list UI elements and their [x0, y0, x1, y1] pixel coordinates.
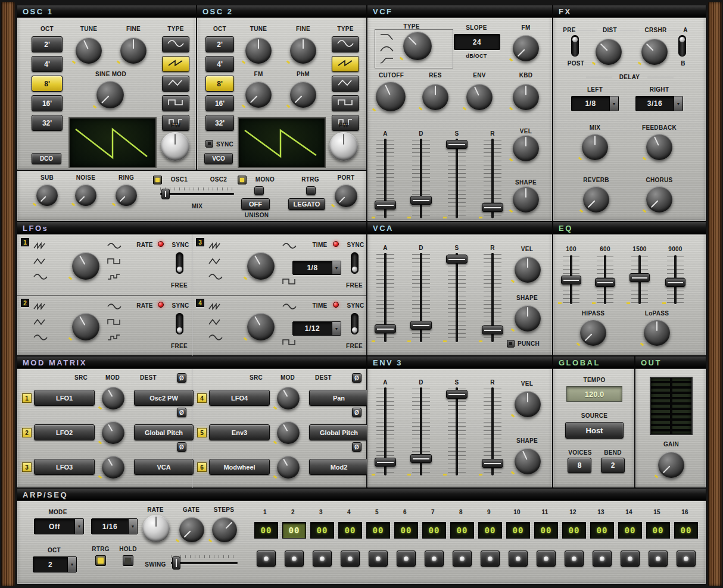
lfo1-sync-free-toggle[interactable] — [176, 252, 183, 274]
eq-1500-fader[interactable] — [629, 255, 650, 304]
mm-invert-button-4[interactable]: Ø — [352, 373, 362, 383]
mm-slot1-dest-button[interactable]: Osc2 PW — [134, 390, 194, 406]
step-button-6[interactable] — [397, 551, 416, 567]
vca-vel-knob[interactable] — [515, 257, 541, 283]
osc1-type-square-button[interactable] — [162, 95, 189, 111]
lfo3-time-select[interactable]: 1/8 ▼ — [292, 261, 341, 275]
gain-knob[interactable] — [658, 452, 684, 478]
osc1-select-led-button[interactable] — [153, 176, 162, 184]
filter-type-knob[interactable] — [403, 32, 432, 60]
arp-rate-select[interactable]: 1/16 ▼ — [91, 518, 138, 534]
step-display-1[interactable]: 00 — [254, 522, 278, 539]
feedback-knob[interactable] — [646, 134, 672, 160]
osc1-type-sine-button[interactable] — [162, 36, 189, 52]
mm-slot4-dest-button[interactable]: Pan — [309, 390, 369, 406]
step-display-16[interactable]: 00 — [674, 522, 698, 539]
chevron-down-icon[interactable]: ▼ — [674, 96, 683, 111]
mm-slot4-amount-knob[interactable] — [277, 387, 300, 409]
reverb-knob[interactable] — [583, 186, 609, 212]
mm-slot3-amount-knob[interactable] — [102, 456, 124, 478]
lfo4-sync-free-toggle[interactable] — [351, 313, 359, 334]
mm-slot1-src-button[interactable]: LFO1 — [34, 390, 95, 406]
source-button[interactable]: Host — [565, 422, 624, 439]
chevron-down-icon[interactable]: ▼ — [609, 96, 618, 111]
slope-display[interactable]: 24 — [454, 34, 500, 50]
step-display-2[interactable]: 00 — [282, 522, 306, 539]
dist-knob[interactable] — [596, 39, 622, 65]
mm-slot5-amount-knob[interactable] — [277, 421, 300, 444]
arp-mode-select[interactable]: Off ▼ — [34, 518, 84, 534]
lfo3-rate-knob[interactable] — [247, 252, 275, 280]
osc2-oct-4[interactable]: 4' — [205, 56, 234, 72]
fader-handle[interactable] — [629, 273, 650, 282]
arp-rtrg-button[interactable] — [95, 555, 106, 566]
kbd-knob[interactable] — [513, 84, 539, 110]
osc1-pw-knob[interactable] — [161, 132, 189, 161]
vca-decay-fader[interactable] — [410, 253, 432, 342]
mm-slot2-dest-button[interactable]: Global Pitch — [134, 424, 194, 440]
step-button-16[interactable] — [677, 551, 696, 567]
env3-vel-knob[interactable] — [515, 391, 541, 417]
osc1-oct-8[interactable]: 8' — [32, 76, 63, 92]
osc1-oct-4[interactable]: 4' — [32, 56, 63, 72]
step-button-4[interactable] — [341, 551, 360, 567]
chevron-down-icon[interactable]: ▼ — [74, 519, 83, 534]
step-button-3[interactable] — [313, 551, 332, 567]
osc2-type-triangle-button[interactable] — [332, 76, 359, 92]
fader-handle[interactable] — [410, 321, 432, 330]
lfo1-rate-knob[interactable] — [72, 252, 99, 280]
osc1-sine-mod-knob[interactable] — [96, 81, 124, 108]
mm-slot6-dest-button[interactable]: Mod2 — [309, 459, 369, 475]
ab-toggle[interactable] — [678, 35, 686, 57]
chorus-knob[interactable] — [646, 186, 672, 212]
env3-shape-knob[interactable] — [515, 448, 541, 474]
arp-gate-knob[interactable] — [179, 517, 204, 542]
env3-attack-fader[interactable] — [375, 387, 396, 476]
step-display-8[interactable]: 00 — [450, 522, 474, 539]
vcf-sustain-fader[interactable] — [446, 139, 468, 218]
fader-handle[interactable] — [446, 390, 468, 399]
mm-slot2-src-button[interactable]: LFO2 — [34, 424, 95, 440]
osc-mix-slider[interactable] — [160, 187, 234, 201]
osc2-oct-2[interactable]: 2' — [205, 36, 234, 52]
arp-oct-select[interactable]: 2 ▼ — [33, 556, 77, 573]
osc1-oct-32[interactable]: 32' — [32, 115, 63, 131]
mm-slot5-src-button[interactable]: Env3 — [209, 424, 270, 440]
env3-decay-fader[interactable] — [410, 387, 432, 476]
osc2-pw-knob[interactable] — [329, 132, 358, 161]
sub-knob[interactable] — [36, 184, 58, 206]
chevron-down-icon[interactable]: ▼ — [67, 557, 76, 572]
osc1-oct-2[interactable]: 2' — [32, 36, 63, 52]
fader-handle[interactable] — [410, 196, 432, 205]
step-display-11[interactable]: 00 — [534, 522, 558, 539]
osc2-oct-32[interactable]: 32' — [205, 115, 234, 131]
vca-shape-knob[interactable] — [515, 305, 541, 331]
step-display-10[interactable]: 00 — [506, 522, 530, 539]
delay-mix-knob[interactable] — [582, 134, 608, 160]
fader-handle[interactable] — [375, 458, 396, 467]
crshr-knob[interactable] — [641, 39, 668, 65]
vcf-vel-knob[interactable] — [513, 135, 539, 161]
bend-value-button[interactable]: 2 — [601, 458, 625, 473]
osc1-type-saw-button[interactable] — [162, 56, 189, 72]
fader-handle[interactable] — [482, 326, 503, 334]
unison-off-button[interactable]: OFF — [241, 198, 270, 210]
mm-slot5-dest-button[interactable]: Global Pitch — [309, 424, 369, 440]
fader-handle[interactable] — [482, 459, 503, 468]
mm-slot3-src-button[interactable]: LFO3 — [34, 459, 95, 475]
eq-600-fader[interactable] — [595, 255, 615, 304]
step-button-15[interactable] — [649, 551, 668, 567]
fader-handle[interactable] — [595, 278, 615, 287]
step-button-8[interactable] — [453, 551, 472, 567]
swing-slider[interactable] — [171, 555, 238, 571]
osc1-oct-16[interactable]: 16' — [32, 95, 63, 111]
mm-invert-button-3[interactable]: Ø — [177, 442, 186, 452]
chevron-down-icon[interactable]: ▼ — [332, 261, 341, 274]
mm-slot4-src-button[interactable]: LFO4 — [209, 390, 270, 406]
step-display-14[interactable]: 00 — [618, 522, 642, 539]
vcf-shape-knob[interactable] — [513, 186, 539, 212]
mm-slot6-amount-knob[interactable] — [277, 456, 300, 478]
fader-handle[interactable] — [446, 140, 468, 149]
fader-handle[interactable] — [375, 201, 396, 209]
osc2-fm-knob[interactable] — [245, 82, 272, 108]
